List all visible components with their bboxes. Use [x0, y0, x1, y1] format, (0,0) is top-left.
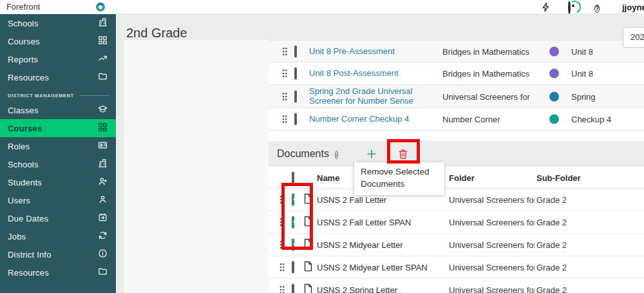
building-icon — [98, 17, 108, 30]
brand-name: Forefront — [0, 3, 41, 12]
section-gap — [269, 131, 644, 141]
assessment-link[interactable]: Unit 8 Post-Assessment — [309, 68, 399, 78]
tag-color-dot — [549, 91, 559, 101]
document-folder: Universal Screeners for N — [449, 285, 535, 293]
assessment-link[interactable]: Unit 8 Pre-Assessment — [309, 46, 395, 56]
document-name[interactable]: USNS 2 Midyear Letter — [317, 240, 446, 250]
document-row: USNS 2 Midyear Letter Universal Screener… — [269, 234, 644, 256]
tag-color-dot — [549, 46, 559, 56]
tables-panel: Unit 8 Pre-Assessment Bridges in Mathema… — [269, 40, 644, 293]
document-row: USNS 2 Midyear Letter SPAN Universal Scr… — [269, 256, 644, 279]
year-select[interactable]: 2025 — [623, 27, 644, 48]
document-name[interactable]: USNS 2 Spring Letter — [317, 285, 446, 293]
add-document-icon[interactable] — [365, 147, 378, 160]
tag-color-dot — [549, 115, 559, 124]
drag-handle-icon[interactable] — [281, 47, 288, 56]
row-checkbox[interactable] — [294, 115, 297, 124]
sidebar-item-label: Schools — [8, 160, 98, 169]
trending-icon — [98, 53, 108, 66]
sidebar-item-courses[interactable]: Courses — [0, 119, 116, 137]
username-menu[interactable]: jjoynerk — [622, 3, 644, 12]
sidebar-item-district-info[interactable]: District Info — [0, 245, 116, 263]
app-status-icon[interactable] — [568, 2, 578, 12]
assessment-link[interactable]: Spring 2nd Grade Universal Screener for … — [309, 86, 413, 106]
sidebar-section-header: DISTRICT MANAGEMENT — [0, 86, 116, 101]
sidebar-item-due-dates[interactable]: Due Dates — [0, 209, 116, 227]
drag-handle-icon[interactable] — [281, 69, 288, 78]
row-checkbox[interactable] — [292, 285, 294, 293]
info-icon — [98, 249, 108, 261]
lightning-icon[interactable] — [541, 2, 551, 12]
column-header-name: Name — [317, 173, 339, 182]
sidebar-item-classes[interactable]: Classes — [0, 101, 116, 119]
drag-handle-icon[interactable] — [279, 263, 285, 272]
documents-title: Documents — [277, 148, 329, 160]
page-title: 2nd Grade — [126, 26, 187, 41]
sidebar-item-label: Users — [8, 196, 98, 205]
sidebar-item-schools[interactable]: Schools — [0, 155, 116, 173]
row-checkbox[interactable] — [294, 69, 297, 79]
assessment-row: Unit 8 Pre-Assessment Bridges in Mathema… — [269, 40, 644, 62]
assessment-tag: Unit 8 — [571, 69, 593, 79]
assessment-tag: Checkup 4 — [571, 115, 611, 124]
sidebar-item-label: Schools — [8, 19, 98, 28]
document-row: USNS 2 Spring Letter Universal Screeners… — [269, 279, 644, 293]
sidebar-item-roles[interactable]: Roles — [0, 137, 116, 155]
assessment-row: Unit 8 Post-Assessment Bridges in Mathem… — [269, 62, 644, 85]
building-icon — [98, 158, 108, 171]
sidebar-section-label: DISTRICT MANAGEMENT — [8, 93, 74, 99]
sidebar-item-courses[interactable]: Courses — [0, 32, 116, 50]
row-checkbox[interactable] — [294, 46, 297, 56]
section-divider — [79, 95, 109, 96]
select-all-checkbox[interactable] — [292, 173, 294, 182]
assessments-table: Unit 8 Pre-Assessment Bridges in Mathema… — [269, 40, 644, 131]
drag-handle-icon[interactable] — [279, 195, 285, 204]
assessment-link[interactable]: Number Corner Checkup 4 — [309, 114, 409, 124]
document-subfolder: Grade 2 — [536, 218, 567, 227]
folder-icon — [98, 267, 108, 279]
remove-documents-trash-icon[interactable] — [397, 148, 409, 160]
sidebar-item-jobs[interactable]: Jobs — [0, 227, 116, 245]
document-name[interactable]: USNS 2 Midyear Letter SPAN — [317, 263, 446, 272]
sidebar-item-resources[interactable]: Resources — [0, 68, 116, 86]
drag-handle-icon[interactable] — [281, 92, 288, 101]
drag-handle-icon[interactable] — [279, 218, 285, 227]
sidebar-item-schools[interactable]: Schools — [0, 14, 116, 32]
document-name[interactable]: USNS 2 Fall Letter — [317, 195, 446, 205]
row-checkbox[interactable] — [292, 195, 294, 205]
sidebar-item-label: Reports — [8, 55, 98, 64]
sidebar-item-label: Resources — [8, 73, 98, 82]
brand: Forefront — [0, 0, 116, 14]
document-folder: Universal Screeners for N — [449, 240, 535, 250]
drag-handle-icon[interactable] — [281, 115, 288, 124]
sidebar-item-reports[interactable]: Reports — [0, 50, 116, 68]
sidebar-item-label: Courses — [8, 37, 98, 46]
row-checkbox[interactable] — [292, 218, 294, 227]
info-icon[interactable] — [335, 148, 338, 160]
document-icon — [303, 261, 313, 274]
document-subfolder: Grade 2 — [536, 263, 567, 272]
widgets-icon — [98, 35, 108, 48]
row-checkbox[interactable] — [292, 263, 294, 272]
document-icon — [303, 238, 313, 251]
sidebar-item-resources[interactable]: Resources — [0, 263, 116, 281]
badge-icon — [98, 140, 108, 153]
drag-handle-icon[interactable] — [279, 240, 285, 249]
documents-table: USNS 2 Fall Letter Universal Screeners f… — [269, 189, 644, 293]
sidebar-item-students[interactable]: Students — [0, 173, 116, 191]
row-checkbox[interactable] — [294, 91, 297, 101]
sidebar-item-label: Roles — [8, 142, 98, 151]
sidebar-item-label: Courses — [8, 124, 98, 133]
sync-icon — [98, 231, 108, 243]
document-folder: Universal Screeners for N — [449, 195, 535, 205]
sidebar-item-users[interactable]: Users — [0, 191, 116, 209]
help-icon[interactable] — [594, 2, 605, 12]
document-subfolder: Grade 2 — [536, 195, 567, 205]
drag-handle-icon[interactable] — [279, 285, 285, 293]
document-icon — [303, 283, 313, 293]
row-checkbox[interactable] — [292, 240, 294, 250]
sidebar-item-label: Students — [8, 178, 98, 187]
document-name[interactable]: USNS 2 Fall Letter SPAN — [317, 218, 446, 227]
folder-icon — [98, 71, 108, 84]
tag-color-dot — [549, 69, 559, 79]
